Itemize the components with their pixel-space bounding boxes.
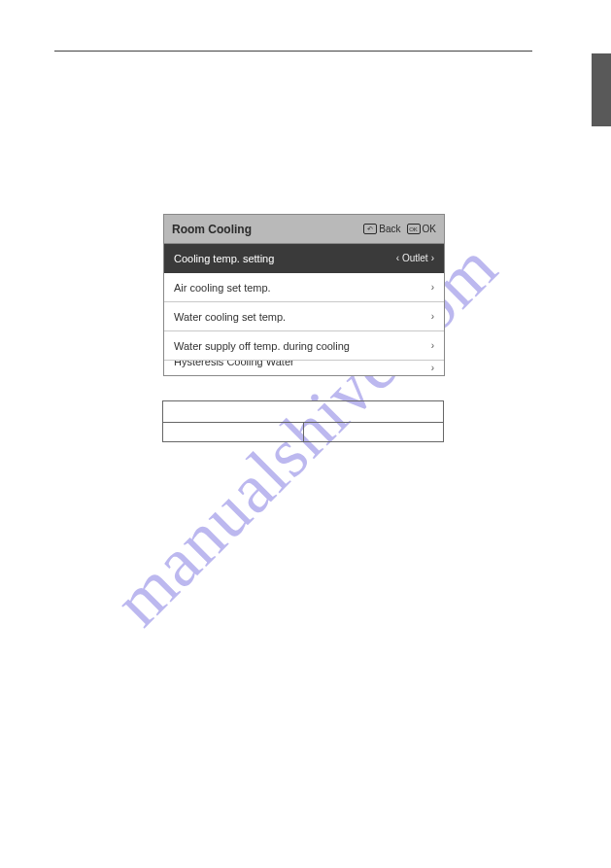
device-screen: Room Cooling ↶ Back OK OK Cooling temp. …	[163, 214, 445, 376]
back-label: Back	[379, 224, 400, 234]
header-rule	[54, 51, 532, 52]
menu-row-label: Water cooling set temp.	[174, 311, 286, 323]
ok-button[interactable]: OK OK	[407, 224, 436, 234]
menu-row-hysteresis-cooling-water[interactable]: Hysteresis Cooling Water ›	[164, 361, 444, 375]
screen-title: Room Cooling	[172, 223, 252, 236]
page-side-tab	[592, 53, 611, 126]
back-button[interactable]: ↶ Back	[363, 224, 400, 234]
table-row	[163, 423, 444, 442]
menu-row-label: Hysteresis Cooling Water	[174, 361, 294, 367]
menu-row-water-supply-off-temp[interactable]: Water supply off temp. during cooling ›	[164, 331, 444, 361]
menu-row-air-cooling-set-temp[interactable]: Air cooling set temp. ›	[164, 273, 444, 302]
settings-table	[162, 400, 444, 442]
chevron-right-icon: ›	[431, 311, 434, 322]
value-text: Outlet	[402, 253, 428, 263]
screen-header: Room Cooling ↶ Back OK OK	[164, 215, 444, 244]
ok-icon: OK	[407, 224, 421, 234]
table-row	[163, 401, 444, 423]
menu-row-label: Air cooling set temp.	[174, 282, 271, 294]
chevron-right-icon: ›	[431, 340, 434, 351]
menu-row-label: Water supply off temp. during cooling	[174, 340, 350, 352]
chevron-left-icon: ‹	[396, 253, 399, 263]
table-cell	[163, 401, 444, 423]
back-icon: ↶	[363, 224, 377, 234]
ok-label: OK	[423, 224, 436, 234]
menu-row-cooling-temp-setting[interactable]: Cooling temp. setting ‹ Outlet ›	[164, 244, 444, 273]
menu-row-label: Cooling temp. setting	[174, 253, 274, 264]
menu-row-water-cooling-set-temp[interactable]: Water cooling set temp. ›	[164, 302, 444, 331]
menu-row-value: ‹ Outlet ›	[396, 253, 434, 263]
table-cell	[303, 423, 444, 442]
table-cell	[163, 423, 304, 442]
screen-header-actions: ↶ Back OK OK	[363, 224, 436, 234]
chevron-right-icon: ›	[431, 253, 434, 263]
chevron-right-icon: ›	[431, 363, 434, 373]
chevron-right-icon: ›	[431, 282, 434, 293]
